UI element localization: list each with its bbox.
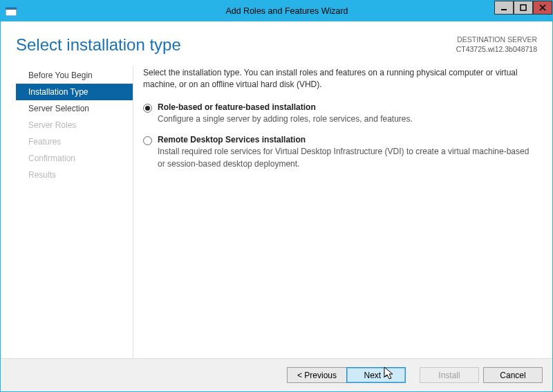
minimize-button[interactable] [494, 1, 514, 15]
wizard-sidebar: Before You Begin Installation Type Serve… [16, 66, 133, 358]
previous-button[interactable]: < Previous [287, 367, 346, 383]
window-title: Add Roles and Features Wizard [21, 6, 552, 16]
next-button[interactable]: Next > [346, 367, 406, 383]
sidebar-item-installation-type[interactable]: Installation Type [16, 84, 133, 100]
content-area: Select installation type DESTINATION SER… [1, 21, 552, 358]
option-title: Role-based or feature-based installation [158, 102, 534, 112]
titlebar: Add Roles and Features Wizard [1, 1, 552, 21]
option-title: Remote Desktop Services installation [158, 135, 534, 144]
window-controls [494, 1, 552, 15]
sidebar-item-server-roles: Server Roles [16, 117, 133, 133]
page-title: Select installation type [16, 35, 181, 55]
option-desc: Configure a single server by adding role… [158, 113, 534, 125]
install-button: Install [420, 367, 479, 383]
destination-value: CT43725.wi12.3b048718 [456, 45, 537, 55]
maximize-button[interactable] [514, 1, 533, 15]
sidebar-item-features: Features [16, 133, 133, 150]
cancel-button[interactable]: Cancel [483, 367, 543, 383]
wizard-main: Select the installation type. You can in… [133, 66, 537, 358]
body-row: Before You Begin Installation Type Serve… [16, 66, 537, 358]
option-remote-desktop[interactable]: Remote Desktop Services installation Ins… [143, 135, 534, 170]
close-button[interactable] [533, 1, 552, 15]
sidebar-item-before-you-begin[interactable]: Before You Begin [16, 67, 133, 84]
option-role-based[interactable]: Role-based or feature-based installation… [143, 102, 534, 125]
option-body: Remote Desktop Services installation Ins… [158, 135, 534, 170]
option-desc: Install required role services for Virtu… [158, 146, 534, 170]
svg-rect-3 [521, 5, 526, 10]
wizard-footer: < Previous Next > Install Cancel [1, 358, 552, 391]
radio-role-based[interactable] [143, 104, 152, 113]
svg-rect-1 [6, 8, 17, 10]
sidebar-item-results: Results [16, 167, 133, 183]
app-icon [1, 1, 21, 21]
destination-info: DESTINATION SERVER CT43725.wi12.3b048718 [456, 35, 537, 54]
intro-text: Select the installation type. You can in… [143, 67, 534, 91]
sidebar-item-server-selection[interactable]: Server Selection [16, 100, 133, 117]
option-body: Role-based or feature-based installation… [158, 102, 534, 125]
header-row: Select installation type DESTINATION SER… [16, 35, 537, 55]
radio-remote-desktop[interactable] [143, 136, 152, 145]
nav-button-pair: < Previous Next > [287, 367, 406, 383]
wizard-window: Add Roles and Features Wizard Select ins… [0, 0, 553, 392]
destination-label: DESTINATION SERVER [456, 35, 537, 45]
sidebar-item-confirmation: Confirmation [16, 150, 133, 167]
